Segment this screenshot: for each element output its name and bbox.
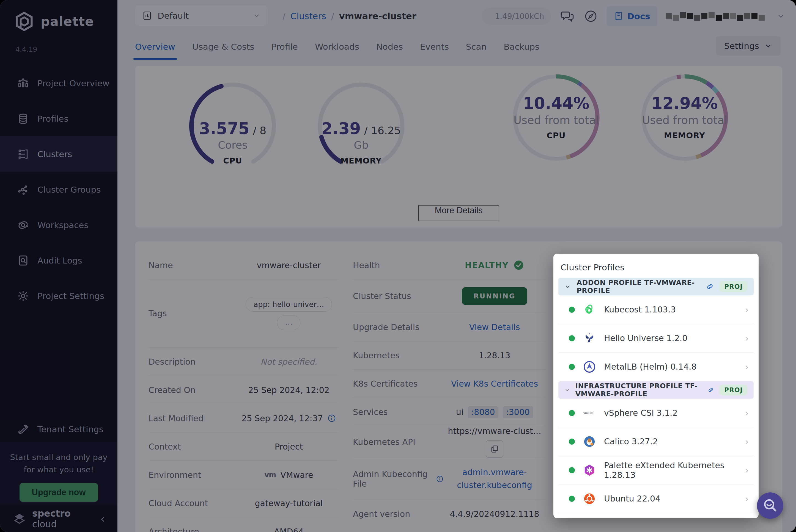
proj-scope-badge: PROJ: [719, 384, 747, 395]
chevron-right-icon: ›: [745, 465, 749, 476]
pack-name: Calico 3.27.2: [604, 437, 658, 446]
metallb-icon: [583, 361, 596, 373]
profile-section-title: ADDON PROFILE TF-VMWARE-PROFILE: [577, 279, 701, 294]
pack-name: Ubuntu 22.04: [604, 494, 661, 504]
pack-status-dot: [569, 364, 575, 370]
chevron-right-icon: ›: [745, 436, 749, 447]
search-fab-button[interactable]: [757, 492, 783, 519]
pack-name: MetalLB (Helm) 0.14.8: [604, 362, 697, 372]
chevron-right-icon: ›: [745, 333, 749, 344]
svg-text:vm: vm: [583, 412, 587, 414]
search-face-icon: [762, 498, 778, 514]
chevron-right-icon: ›: [745, 361, 749, 372]
cluster-profiles-title: Cluster Profiles: [561, 262, 754, 272]
chevron-right-icon: ›: [745, 493, 749, 504]
pack-status-dot: [569, 496, 575, 502]
pack-status-dot: [569, 439, 575, 444]
pack-name: Palette eXtended Kubernetes 1.28.13: [604, 460, 737, 480]
ubuntu-icon: [583, 492, 596, 505]
pack-status-dot: [569, 307, 575, 313]
chevron-down-icon: [564, 283, 571, 291]
chevron-down-icon: [564, 386, 570, 394]
cluster-profiles-panel: Cluster Profiles ADDON PROFILE TF-VMWARE…: [554, 254, 759, 518]
profile-section-title: INFRASTRUCTURE PROFILE TF-VMWARE-PROFILE: [575, 382, 702, 398]
kubecost-icon: [583, 303, 596, 316]
pack-status-dot: [569, 410, 575, 416]
pack-status-dot: [569, 467, 575, 473]
profile-pack-kubecost-1-103-3[interactable]: Kubecost 1.103.3›: [558, 296, 754, 324]
hello-universe-icon: [583, 332, 596, 345]
profile-section-header[interactable]: ADDON PROFILE TF-VMWARE-PROFILEPROJ: [558, 278, 754, 296]
profile-pack-calico-3-27-2[interactable]: Calico 3.27.2›: [558, 427, 754, 456]
profile-pack-hello-universe-1-2-0[interactable]: Hello Universe 1.2.0›: [558, 324, 754, 353]
profile-pack-metallb-helm-0-14-8[interactable]: MetalLB (Helm) 0.14.8›: [558, 353, 754, 381]
vmware-icon: vmware: [583, 407, 596, 419]
pack-name: vSphere CSI 3.1.2: [604, 408, 678, 418]
palette-pxk-icon: [583, 464, 596, 476]
svg-text:ware: ware: [587, 412, 594, 414]
profile-pack-ubuntu-22-04[interactable]: Ubuntu 22.04›: [558, 484, 754, 513]
link-icon: [706, 282, 714, 291]
pack-name: Hello Universe 1.2.0: [604, 333, 687, 343]
profile-pack-palette-extended-kubernetes-1-28-13[interactable]: Palette eXtended Kubernetes 1.28.13›: [558, 456, 754, 484]
link-icon: [708, 385, 714, 395]
calico-icon: [583, 435, 596, 448]
pack-status-dot: [569, 335, 575, 341]
chevron-right-icon: ›: [745, 407, 749, 419]
proj-scope-badge: PROJ: [719, 281, 747, 292]
profile-pack-vsphere-csi-3-1-2[interactable]: vmwarevSphere CSI 3.1.2›: [558, 399, 754, 427]
chevron-right-icon: ›: [745, 304, 749, 315]
app-window: palette 4.4.19 Project OverviewProfilesC…: [0, 0, 796, 532]
pack-name: Kubecost 1.103.3: [604, 305, 676, 315]
profile-section-header[interactable]: INFRASTRUCTURE PROFILE TF-VMWARE-PROFILE…: [558, 381, 754, 399]
